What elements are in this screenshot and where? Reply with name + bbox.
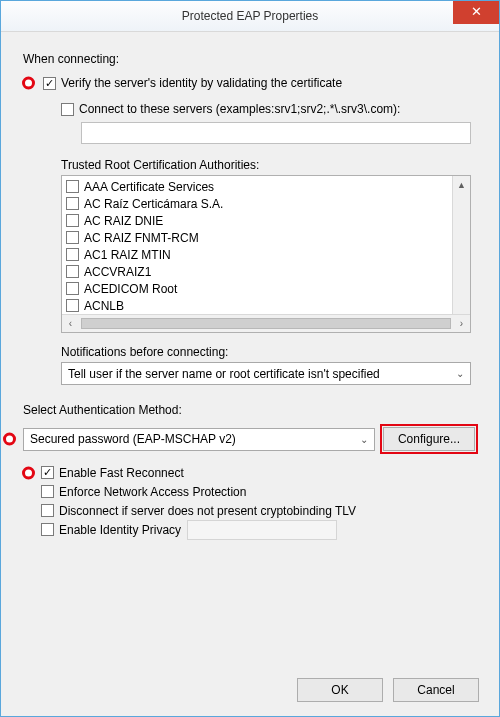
list-item[interactable]: AC RAIZ DNIE <box>66 212 449 229</box>
cert-checkbox[interactable] <box>66 197 79 210</box>
disconnect-crypto-label: Disconnect if server does not present cr… <box>59 504 356 518</box>
window-title: Protected EAP Properties <box>182 9 319 23</box>
verify-identity-checkbox[interactable] <box>43 77 56 90</box>
enable-identity-checkbox[interactable] <box>41 523 54 536</box>
chevron-down-icon: ⌄ <box>456 368 464 379</box>
trusted-root-listbox[interactable]: AAA Certificate Services AC Raíz Certicá… <box>61 175 471 333</box>
cert-checkbox[interactable] <box>66 180 79 193</box>
trusted-root-label: Trusted Root Certification Authorities: <box>61 158 477 172</box>
auth-method-dropdown[interactable]: Secured password (EAP-MSCHAP v2) ⌄ <box>23 428 375 451</box>
highlight-marker-icon <box>3 433 16 446</box>
list-item[interactable]: ACCVRAIZ1 <box>66 263 449 280</box>
scroll-up-icon[interactable]: ▲ <box>453 176 470 193</box>
verify-identity-row: Verify the server's identity by validati… <box>43 76 477 90</box>
select-auth-label: Select Authentication Method: <box>23 403 477 417</box>
enable-fast-label: Enable Fast Reconnect <box>59 466 184 480</box>
cancel-button-label: Cancel <box>417 683 454 697</box>
dialog-footer: OK Cancel <box>297 678 479 702</box>
enable-identity-row: Enable Identity Privacy <box>41 520 477 539</box>
highlight-marker-icon <box>22 466 35 479</box>
list-item[interactable]: ACNLB <box>66 297 449 314</box>
close-icon: ✕ <box>471 4 482 19</box>
list-item[interactable]: ACEDICOM Root <box>66 280 449 297</box>
scroll-right-icon[interactable]: › <box>453 315 470 332</box>
verify-identity-label: Verify the server's identity by validati… <box>61 76 342 90</box>
auth-method-row: Secured password (EAP-MSCHAP v2) ⌄ Confi… <box>23 427 475 451</box>
notifications-value: Tell user if the server name or root cer… <box>68 367 380 381</box>
enable-identity-label: Enable Identity Privacy <box>59 523 181 537</box>
ok-button-label: OK <box>331 683 348 697</box>
list-item[interactable]: AC Raíz Certicámara S.A. <box>66 195 449 212</box>
connect-servers-row: Connect to these servers (examples:srv1;… <box>61 102 477 116</box>
connect-servers-checkbox[interactable] <box>61 103 74 116</box>
list-item[interactable]: AC1 RAIZ MTIN <box>66 246 449 263</box>
enforce-nap-checkbox[interactable] <box>41 485 54 498</box>
vertical-scrollbar[interactable]: ▲ <box>452 176 470 315</box>
enforce-nap-label: Enforce Network Access Protection <box>59 485 246 499</box>
close-button[interactable]: ✕ <box>453 1 499 24</box>
cert-checkbox[interactable] <box>66 214 79 227</box>
dialog-window: Protected EAP Properties ✕ When connecti… <box>0 0 500 717</box>
scroll-thumb[interactable] <box>81 318 451 329</box>
cert-checkbox[interactable] <box>66 299 79 312</box>
ok-button[interactable]: OK <box>297 678 383 702</box>
notifications-dropdown[interactable]: Tell user if the server name or root cer… <box>61 362 471 385</box>
highlight-marker-icon <box>22 77 35 90</box>
enable-fast-checkbox[interactable] <box>41 466 54 479</box>
cert-label: AC RAIZ DNIE <box>84 214 163 228</box>
cert-checkbox[interactable] <box>66 248 79 261</box>
connect-servers-label: Connect to these servers (examples:srv1;… <box>79 102 400 116</box>
scroll-left-icon[interactable]: ‹ <box>62 315 79 332</box>
cert-label: AC1 RAIZ MTIN <box>84 248 171 262</box>
when-connecting-label: When connecting: <box>23 52 477 66</box>
list-item[interactable]: AC RAIZ FNMT-RCM <box>66 229 449 246</box>
list-item[interactable]: AAA Certificate Services <box>66 178 449 195</box>
cert-checkbox[interactable] <box>66 282 79 295</box>
auth-method-value: Secured password (EAP-MSCHAP v2) <box>30 432 236 446</box>
configure-button[interactable]: Configure... <box>383 427 475 451</box>
cert-checkbox[interactable] <box>66 231 79 244</box>
disconnect-crypto-checkbox[interactable] <box>41 504 54 517</box>
cert-label: AC RAIZ FNMT-RCM <box>84 231 199 245</box>
disconnect-crypto-row: Disconnect if server does not present cr… <box>41 501 477 520</box>
cert-label: AC Raíz Certicámara S.A. <box>84 197 223 211</box>
configure-button-label: Configure... <box>398 432 460 446</box>
cert-label: ACEDICOM Root <box>84 282 177 296</box>
cert-checkbox[interactable] <box>66 265 79 278</box>
cancel-button[interactable]: Cancel <box>393 678 479 702</box>
title-bar[interactable]: Protected EAP Properties ✕ <box>1 1 499 32</box>
enforce-nap-row: Enforce Network Access Protection <box>41 482 477 501</box>
options-group: Enable Fast Reconnect Enforce Network Ac… <box>23 463 477 539</box>
identity-privacy-input <box>187 520 337 540</box>
trusted-root-items: AAA Certificate Services AC Raíz Certicá… <box>62 176 453 316</box>
enable-fast-row: Enable Fast Reconnect <box>41 463 477 482</box>
dialog-body: When connecting: Verify the server's ide… <box>1 32 499 549</box>
chevron-down-icon: ⌄ <box>360 434 368 445</box>
cert-label: ACCVRAIZ1 <box>84 265 151 279</box>
cert-label: ACNLB <box>84 299 124 313</box>
cert-label: AAA Certificate Services <box>84 180 214 194</box>
servers-input[interactable] <box>81 122 471 144</box>
notifications-label: Notifications before connecting: <box>61 345 477 359</box>
horizontal-scrollbar[interactable]: ‹ › <box>62 314 470 332</box>
